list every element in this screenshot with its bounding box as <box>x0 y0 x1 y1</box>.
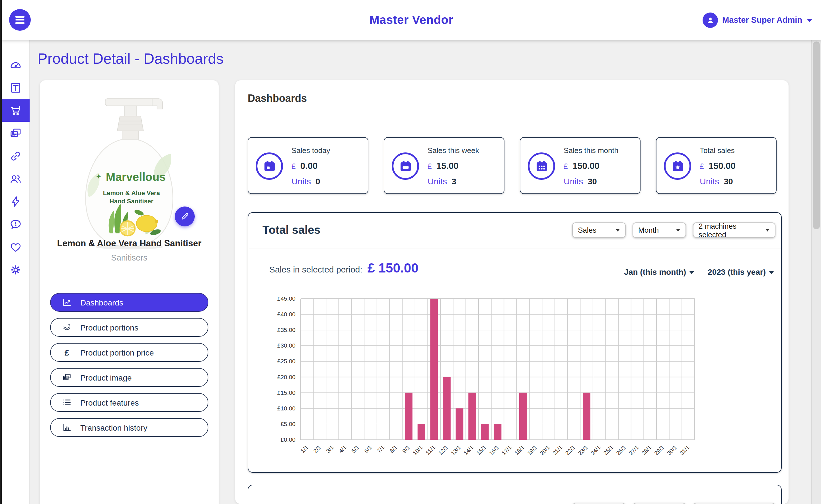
sidebar-item-dashboard[interactable] <box>2 53 30 76</box>
sidebar-item-links[interactable] <box>2 144 30 167</box>
metric-select[interactable] <box>572 503 626 504</box>
product-category: Sanitisers <box>40 253 219 262</box>
chevron-down-icon <box>807 19 812 22</box>
product-card: ✦ Marvellous Lemon & Aloe Vera Hand Sani… <box>40 80 219 504</box>
nav-product-features-button[interactable]: Product features <box>50 393 209 412</box>
svg-text:£0.00: £0.00 <box>281 436 296 443</box>
metric-select[interactable]: Sales <box>572 222 626 238</box>
units-label: Units <box>564 176 583 186</box>
sidebar-item-users[interactable] <box>2 167 30 190</box>
stat-card-sales-month: Sales this month £150.00 Units30 <box>520 137 641 194</box>
chevron-down-icon <box>676 229 680 232</box>
stats-row: Sales today £0.00 Units0 Sales this week… <box>248 137 777 194</box>
cart-icon <box>9 104 22 117</box>
page-title: Product Detail - Dashboards <box>38 50 224 68</box>
sales-bar-chart: £0.00£5.00£10.00£15.00£20.00£25.00£30.00… <box>261 291 722 462</box>
currency-symbol: £ <box>564 162 568 171</box>
nav-transaction-history-button[interactable]: Transaction history <box>50 418 209 437</box>
sidebar-item-favourites[interactable] <box>2 236 30 258</box>
label-line2: Hand Sanitiser <box>110 198 154 205</box>
period-summary: Sales in selected period: £ 150.00 <box>269 261 418 276</box>
date-selectors: Jan (this month) 2023 (this year) <box>624 267 774 276</box>
sidebar-item-machines[interactable] <box>2 76 30 99</box>
month-select[interactable]: Jan (this month) <box>624 267 694 276</box>
chevron-down-icon <box>615 229 620 232</box>
units-label: Units <box>292 176 311 186</box>
stat-label: Sales this month <box>564 146 618 155</box>
svg-text:17/1: 17/1 <box>500 444 513 456</box>
svg-text:1/1: 1/1 <box>300 444 310 454</box>
stat-amount: 150.00 <box>709 161 736 171</box>
bar <box>468 393 476 440</box>
svg-text:3/1: 3/1 <box>325 444 335 454</box>
gauge-icon <box>9 58 22 71</box>
svg-text:23/1: 23/1 <box>577 444 589 456</box>
svg-text:£5.00: £5.00 <box>281 421 296 427</box>
user-avatar-icon <box>702 12 718 28</box>
machines-select[interactable] <box>693 503 775 504</box>
user-menu[interactable]: Master Super Admin <box>702 0 812 40</box>
stat-amount: 150.00 <box>572 161 599 171</box>
period-select[interactable] <box>633 503 686 504</box>
sidebar-item-settings[interactable] <box>2 258 30 281</box>
svg-text:25/1: 25/1 <box>602 444 614 456</box>
dashboards-panel: Dashboards Sales today £0.00 Units0 <box>235 80 789 504</box>
svg-text:28/1: 28/1 <box>640 444 653 456</box>
chart-filters: Sales Month 2 machines selected <box>572 222 775 238</box>
nav-product-portion-price-button[interactable]: £ Product portion price <box>50 343 209 362</box>
stat-label: Sales this week <box>428 146 479 155</box>
machines-select[interactable]: 2 machines selected <box>693 222 775 238</box>
app-root: Master Vendor Master Super Admin <box>0 0 821 504</box>
images-icon <box>9 127 22 140</box>
currency-symbol: £ <box>428 162 432 171</box>
svg-text:27/1: 27/1 <box>628 444 640 456</box>
window-edge <box>0 0 2 504</box>
svg-text:14/1: 14/1 <box>462 444 474 456</box>
svg-text:£45.00: £45.00 <box>277 295 296 302</box>
edit-product-button[interactable] <box>175 206 195 226</box>
chart-line-icon <box>62 298 72 307</box>
svg-text:£35.00: £35.00 <box>277 327 296 333</box>
pound-icon: £ <box>62 348 72 357</box>
sidebar-item-products[interactable] <box>2 99 30 122</box>
chevron-down-icon <box>765 229 770 232</box>
svg-text:8/1: 8/1 <box>388 444 398 454</box>
bar <box>494 424 502 440</box>
app-title: Master Vendor <box>2 0 821 40</box>
sidebar-item-actions[interactable] <box>2 190 30 213</box>
nav-product-image-button[interactable]: Product image <box>50 368 209 387</box>
product-nav: Dashboards Product portions £ Product po… <box>50 293 209 437</box>
chevron-down-icon <box>690 271 694 274</box>
bolt-icon <box>9 195 22 208</box>
currency-symbol: £ <box>292 162 296 171</box>
svg-text:£15.00: £15.00 <box>277 389 296 396</box>
svg-text:11/1: 11/1 <box>425 444 437 456</box>
svg-text:31/1: 31/1 <box>678 444 691 456</box>
svg-text:19/1: 19/1 <box>526 444 538 456</box>
svg-text:29/1: 29/1 <box>653 444 665 456</box>
heart-icon <box>9 240 22 253</box>
scrollbar-thumb[interactable] <box>813 42 820 229</box>
sidebar-item-media[interactable] <box>2 122 30 144</box>
svg-text:21/1: 21/1 <box>551 444 564 456</box>
product-image: ✦ Marvellous Lemon & Aloe Vera Hand Sani… <box>64 87 195 253</box>
sidebar-item-alerts[interactable] <box>2 213 30 236</box>
sidebar <box>2 40 30 504</box>
nav-product-portions-button[interactable]: Product portions <box>50 318 209 337</box>
year-select[interactable]: 2023 (this year) <box>708 267 774 276</box>
images-icon <box>62 373 72 382</box>
calendar-month-icon <box>534 159 548 173</box>
period-label: Sales in selected period: <box>269 265 362 274</box>
calendar-day-icon <box>262 159 277 173</box>
vertical-scrollbar[interactable] <box>811 40 821 504</box>
link-icon <box>9 149 22 162</box>
bar <box>443 377 451 440</box>
svg-text:13/1: 13/1 <box>450 444 462 456</box>
svg-text:£10.00: £10.00 <box>277 405 296 412</box>
period-select[interactable]: Month <box>633 222 686 238</box>
calendar-week-icon <box>398 159 412 173</box>
bar <box>430 299 438 440</box>
svg-text:10/1: 10/1 <box>412 444 424 456</box>
nav-dashboards-button[interactable]: Dashboards <box>50 293 209 312</box>
bar <box>583 393 590 440</box>
